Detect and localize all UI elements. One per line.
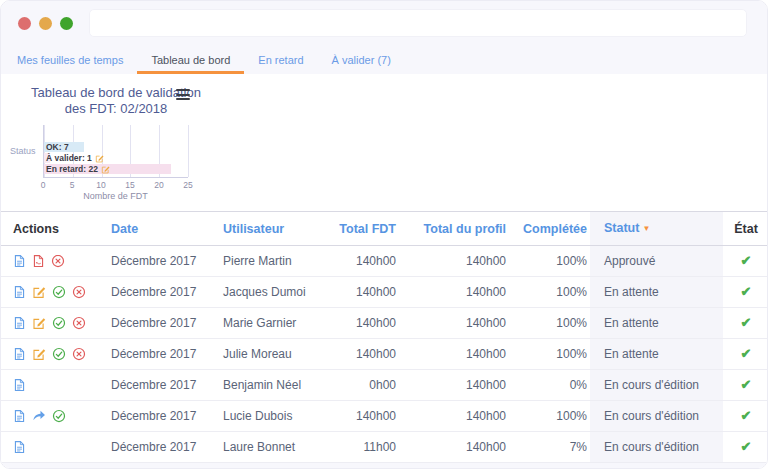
gridline [188, 125, 189, 177]
cell-total-profil: 140h00 [399, 370, 509, 401]
file-icon[interactable] [13, 378, 26, 392]
x-tick: 15 [125, 180, 134, 190]
edit-icon[interactable] [32, 285, 46, 299]
check-circle-icon[interactable] [52, 347, 66, 361]
times-circle-icon[interactable] [72, 347, 86, 361]
chart-plot-area: OK: 7 À valider: 1 En retard: 22 [43, 125, 188, 178]
cell-completee: 0% [509, 370, 590, 401]
header-date[interactable]: Date [101, 212, 213, 246]
tab-tableau-de-bord[interactable]: Tableau de bord [137, 45, 244, 74]
cell-etat: ✔ [723, 308, 768, 339]
times-circle-icon[interactable] [72, 285, 86, 299]
table-row: Décembre 2017 Laure Bonnet 11h00 140h00 … [1, 432, 768, 463]
header-total-du-profil[interactable]: Total du profil [399, 212, 509, 246]
edit-icon[interactable] [95, 154, 104, 163]
file-icon[interactable] [13, 440, 26, 454]
header-total-fdt[interactable]: Total FDT [336, 212, 399, 246]
cell-statut: En attente [590, 308, 723, 339]
cell-completee: 7% [509, 432, 590, 463]
chart-y-axis-label: Status [10, 146, 36, 156]
check-circle-icon[interactable] [52, 316, 66, 330]
x-tick: 10 [96, 180, 105, 190]
table-row: Décembre 2017 Pierre Martin 140h00 140h0… [1, 246, 768, 277]
tab-a-valider[interactable]: À valider (7) [318, 45, 405, 74]
cell-etat: ✔ [723, 246, 768, 277]
x-tick: 5 [70, 180, 75, 190]
cell-total-profil: 140h00 [399, 339, 509, 370]
window-controls [18, 17, 73, 30]
close-window-icon[interactable] [18, 17, 31, 30]
header-utilisateur[interactable]: Utilisateur [213, 212, 336, 246]
header-completee[interactable]: Complétée [509, 212, 590, 246]
cell-total-profil: 140h00 [399, 277, 509, 308]
tab-label: À valider (7) [332, 54, 391, 66]
cell-completee: 100% [509, 246, 590, 277]
share-icon[interactable] [32, 409, 46, 423]
cell-date: Décembre 2017 [101, 432, 213, 463]
bar-label-a-valider: À valider: 1 [46, 153, 92, 163]
sort-desc-icon[interactable]: ▼ [642, 224, 650, 233]
cell-user: Benjamin Néel [213, 370, 336, 401]
file-icon[interactable] [13, 409, 26, 423]
cell-statut: En attente [590, 339, 723, 370]
table-row: Décembre 2017 Jacques Dumoi 140h00 140h0… [1, 277, 768, 308]
check-circle-icon[interactable] [52, 409, 66, 423]
file-icon[interactable] [13, 316, 26, 330]
cell-user: Marie Garnier [213, 308, 336, 339]
check-circle-icon[interactable] [52, 285, 66, 299]
cell-date: Décembre 2017 [101, 308, 213, 339]
x-tick: 0 [41, 180, 46, 190]
cell-total-fdt: 140h00 [336, 401, 399, 432]
cell-actions [1, 277, 101, 308]
chart-menu-icon[interactable] [176, 89, 190, 103]
file-icon[interactable] [13, 347, 26, 361]
cell-actions [1, 432, 101, 463]
cell-actions [1, 246, 101, 277]
minimize-window-icon[interactable] [39, 17, 52, 30]
file-icon[interactable] [13, 254, 26, 268]
cell-user: Lucie Dubois [213, 401, 336, 432]
edit-icon[interactable] [32, 347, 46, 361]
cell-total-fdt: 140h00 [336, 246, 399, 277]
times-circle-icon[interactable] [51, 254, 65, 268]
cell-user: Pierre Martin [213, 246, 336, 277]
edit-icon[interactable] [32, 316, 46, 330]
check-icon: ✔ [741, 346, 752, 361]
times-circle-icon[interactable] [72, 316, 86, 330]
tab-mes-feuilles-de-temps[interactable]: Mes feuilles de temps [3, 45, 137, 74]
cell-date: Décembre 2017 [101, 246, 213, 277]
cell-completee: 100% [509, 401, 590, 432]
cell-total-fdt: 140h00 [336, 277, 399, 308]
cell-statut: En cours d'édition [590, 401, 723, 432]
bar-row-a-valider: À valider: 1 [44, 153, 188, 163]
url-bar[interactable] [89, 9, 747, 37]
cell-total-profil: 140h00 [399, 401, 509, 432]
cell-etat: ✔ [723, 277, 768, 308]
cell-date: Décembre 2017 [101, 339, 213, 370]
maximize-window-icon[interactable] [60, 17, 73, 30]
cell-actions [1, 370, 101, 401]
table-row: Décembre 2017 Lucie Dubois 140h00 140h00… [1, 401, 768, 432]
window-title-bar [1, 1, 767, 45]
page-content: Tableau de bord de validation des FDT: 0… [1, 74, 767, 469]
header-statut[interactable]: Statut▼ [590, 212, 723, 246]
edit-icon[interactable] [101, 165, 110, 174]
file-icon[interactable] [13, 285, 26, 299]
cell-statut: Approuvé [590, 246, 723, 277]
bar-row-en-retard: En retard: 22 [44, 164, 188, 174]
tab-en-retard[interactable]: En retard [244, 45, 317, 74]
cell-total-profil: 140h00 [399, 432, 509, 463]
header-actions: Actions [1, 212, 101, 246]
cell-user: Julie Moreau [213, 339, 336, 370]
cell-actions [1, 339, 101, 370]
timesheet-validation-table: Actions Date Utilisateur Total FDT Total… [1, 211, 768, 463]
check-icon: ✔ [741, 408, 752, 423]
cell-total-profil: 140h00 [399, 246, 509, 277]
check-icon: ✔ [741, 315, 752, 330]
cell-date: Décembre 2017 [101, 401, 213, 432]
cell-etat: ✔ [723, 339, 768, 370]
cell-total-fdt: 0h00 [336, 370, 399, 401]
tab-label: Tableau de bord [151, 54, 230, 66]
cell-date: Décembre 2017 [101, 277, 213, 308]
file-pdf-icon[interactable] [32, 254, 45, 268]
